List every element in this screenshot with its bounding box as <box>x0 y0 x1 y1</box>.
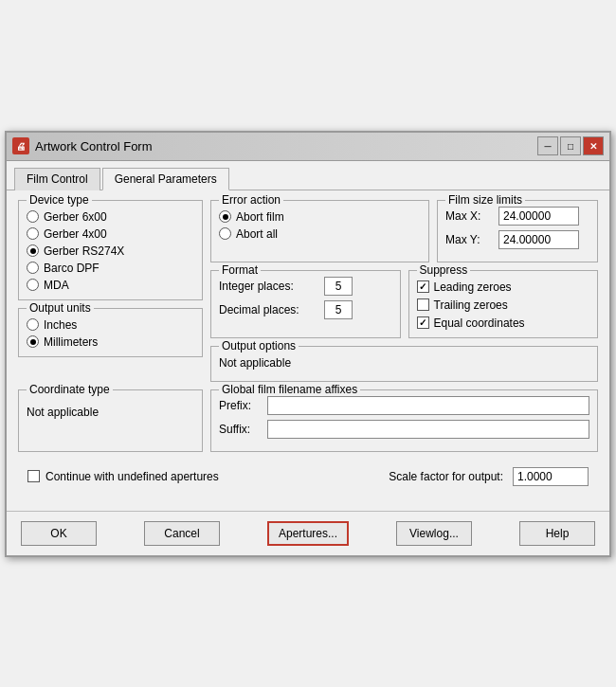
max-x-input[interactable] <box>498 207 579 226</box>
error-action-group: Error action Abort film Abort all <box>210 200 429 262</box>
title-bar-left: 🖨 Artwork Control Form <box>12 137 153 154</box>
suffix-row: Suffix: <box>219 420 589 439</box>
checkbox-trailing-zeroes[interactable] <box>417 298 429 311</box>
film-size-limits-label: Film size limits <box>445 193 525 207</box>
radio-gerber6x00[interactable] <box>27 210 39 223</box>
prefix-input[interactable] <box>267 396 589 415</box>
output-units-options: Inches Millimeters <box>27 318 194 349</box>
decimal-places-input[interactable] <box>324 300 353 319</box>
integer-places-input[interactable] <box>324 277 353 296</box>
help-button[interactable]: Help <box>519 521 595 546</box>
radio-barcoDPF[interactable] <box>27 262 39 274</box>
radio-item-gerberRS274X[interactable]: Gerber RS274X <box>27 244 194 258</box>
window-title: Artwork Control Form <box>35 139 153 154</box>
maximize-button[interactable]: □ <box>560 136 581 155</box>
radio-item-gerber6x00[interactable]: Gerber 6x00 <box>27 210 194 224</box>
viewlog-button[interactable]: Viewlog... <box>396 521 472 546</box>
decimal-places-row: Decimal places: <box>219 300 392 319</box>
suppress-label: Suppress <box>417 263 471 277</box>
max-y-label: Max Y: <box>445 233 493 246</box>
left-column: Device type Gerber 6x00 Gerber 4x00 G <box>18 200 203 382</box>
error-action-label: Error action <box>219 193 283 207</box>
radio-label-gerber6x00: Gerber 6x00 <box>44 210 107 224</box>
top-groups: Device type Gerber 6x00 Gerber 4x00 G <box>18 200 598 382</box>
radio-abort-film[interactable] <box>219 210 231 223</box>
top-right-groups: Error action Abort film Abort all <box>210 200 598 262</box>
title-bar: 🖨 Artwork Control Form ─ □ ✕ <box>7 133 609 161</box>
tab-general-parameters[interactable]: General Parameters <box>102 168 229 190</box>
cancel-button[interactable]: Cancel <box>144 521 220 546</box>
suppress-group: Suppress Leading zeroes Trailing zeroes <box>408 270 599 338</box>
tab-film-control[interactable]: Film Control <box>14 168 100 190</box>
radio-gerberRS274X[interactable] <box>27 244 39 257</box>
radio-item-abort-film[interactable]: Abort film <box>219 210 421 224</box>
prefix-row: Prefix: <box>219 396 589 415</box>
suffix-input[interactable] <box>267 420 589 439</box>
max-y-input[interactable] <box>498 230 579 249</box>
output-options-group: Output options Not applicable <box>210 346 598 382</box>
button-bar: OK Cancel Apertures... Viewlog... Help <box>7 511 609 555</box>
checkbox-label-trailing-zeroes: Trailing zeroes <box>434 298 508 312</box>
radio-label-mda: MDA <box>44 279 69 292</box>
output-units-label: Output units <box>27 301 94 315</box>
coordinate-type-value: Not applicable <box>27 396 194 423</box>
format-suppress-groups: Format Integer places: Decimal places: S… <box>210 270 598 338</box>
radio-label-barcoDPF: Barco DPF <box>44 262 100 275</box>
radio-item-gerber4x00[interactable]: Gerber 4x00 <box>27 227 194 241</box>
output-units-group: Output units Inches Millimeters <box>18 308 203 357</box>
output-options-label: Output options <box>219 339 299 353</box>
radio-label-inches: Inches <box>44 318 77 332</box>
ok-button[interactable]: OK <box>21 521 97 546</box>
continue-label: Continue with undefined apertures <box>45 470 219 483</box>
format-label: Format <box>219 263 261 277</box>
radio-item-inches[interactable]: Inches <box>27 318 194 332</box>
tabs-bar: Film Control General Parameters <box>7 161 609 190</box>
film-size-limits-group: Film size limits Max X: Max Y: <box>437 200 598 262</box>
main-window: 🖨 Artwork Control Form ─ □ ✕ Film Contro… <box>5 131 611 557</box>
radio-label-millimeters: Millimeters <box>44 335 98 349</box>
radio-item-millimeters[interactable]: Millimeters <box>27 335 194 349</box>
radio-item-mda[interactable]: MDA <box>27 279 194 292</box>
suffix-label: Suffix: <box>219 423 262 436</box>
device-type-group: Device type Gerber 6x00 Gerber 4x00 G <box>18 200 203 300</box>
checkbox-leading-zeroes[interactable] <box>417 280 429 293</box>
title-controls: ─ □ ✕ <box>537 136 604 155</box>
max-y-row: Max Y: <box>445 230 589 249</box>
radio-label-abort-film: Abort film <box>236 210 284 224</box>
options-row: Continue with undefined apertures Scale … <box>18 461 598 492</box>
global-film-affixes-group: Global film filename affixes Prefix: Suf… <box>210 389 598 452</box>
apertures-button[interactable]: Apertures... <box>267 521 349 546</box>
radio-label-abort-all: Abort all <box>236 227 278 241</box>
checkbox-item-equal-coordinates[interactable]: Equal coordinates <box>417 316 590 330</box>
error-action-options: Abort film Abort all <box>219 210 421 241</box>
scale-factor-label: Scale factor for output: <box>389 470 503 483</box>
app-icon: 🖨 <box>12 137 29 154</box>
radio-gerber4x00[interactable] <box>27 227 39 240</box>
coordinate-type-group: Coordinate type Not applicable <box>18 389 203 452</box>
radio-item-abort-all[interactable]: Abort all <box>219 227 421 241</box>
decimal-places-label: Decimal places: <box>219 303 318 316</box>
scale-factor-input[interactable] <box>513 467 589 486</box>
radio-mda[interactable] <box>27 279 39 291</box>
max-x-label: Max X: <box>445 209 493 223</box>
right-column: Error action Abort film Abort all <box>210 200 598 382</box>
output-options-value: Not applicable <box>219 353 589 373</box>
radio-label-gerberRS274X: Gerber RS274X <box>44 244 124 258</box>
checkbox-item-leading-zeroes[interactable]: Leading zeroes <box>417 280 590 294</box>
radio-abort-all[interactable] <box>219 227 231 240</box>
device-type-options: Gerber 6x00 Gerber 4x00 Gerber RS274X <box>27 210 194 292</box>
radio-label-gerber4x00: Gerber 4x00 <box>44 227 107 241</box>
max-x-row: Max X: <box>445 207 589 226</box>
radio-millimeters[interactable] <box>27 335 39 348</box>
checkbox-item-trailing-zeroes[interactable]: Trailing zeroes <box>417 298 590 312</box>
continue-checkbox-row[interactable]: Continue with undefined apertures <box>27 470 219 483</box>
minimize-button[interactable]: ─ <box>537 136 558 155</box>
checkbox-label-leading-zeroes: Leading zeroes <box>434 280 512 294</box>
format-group: Format Integer places: Decimal places: <box>210 270 401 338</box>
checkbox-equal-coordinates[interactable] <box>417 316 429 329</box>
coordinate-type-label: Coordinate type <box>27 383 113 396</box>
continue-checkbox[interactable] <box>27 470 40 482</box>
radio-item-barcoDPF[interactable]: Barco DPF <box>27 262 194 275</box>
close-button[interactable]: ✕ <box>583 136 604 155</box>
radio-inches[interactable] <box>27 318 39 331</box>
